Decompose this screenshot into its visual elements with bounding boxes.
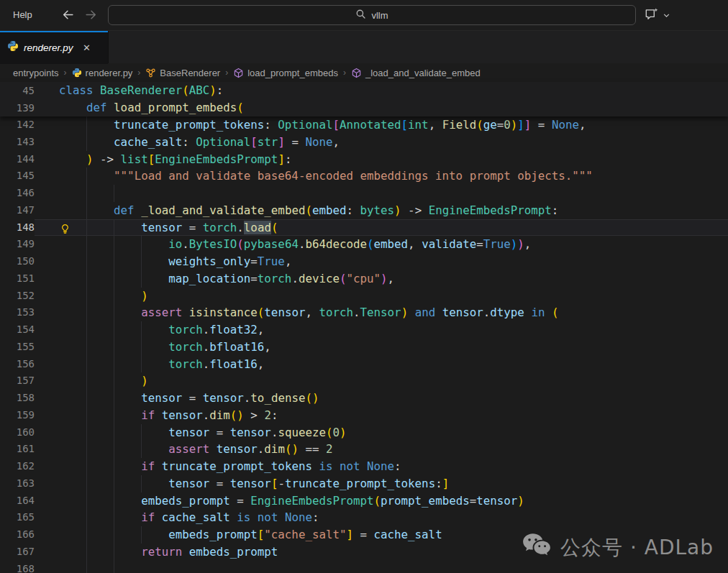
code-line-159[interactable]: 159 if tensor.dim() > 2:: [0, 407, 728, 424]
code-line-163[interactable]: 163 tensor = tensor[-truncate_prompt_tok…: [0, 475, 728, 492]
code-text[interactable]: class BaseRenderer(ABC):: [59, 82, 728, 99]
indent-guide: [86, 526, 87, 544]
line-number[interactable]: 158: [0, 390, 35, 407]
code-text[interactable]: torch.bfloat16,: [59, 339, 728, 356]
code-text[interactable]: def load_prompt_embeds(: [59, 99, 728, 116]
code-text[interactable]: assert isinstance(tensor, torch.Tensor) …: [59, 304, 728, 321]
code-text[interactable]: ) -> list[EngineEmbedsPrompt]:: [59, 151, 728, 168]
line-number[interactable]: 161: [0, 441, 35, 458]
code-text[interactable]: io.BytesIO(pybase64.b64decode(embed, val…: [59, 236, 728, 253]
code-line-146[interactable]: 146: [0, 185, 728, 202]
code-line-150[interactable]: 150 weights_only=True,: [0, 253, 728, 270]
line-number[interactable]: 167: [0, 544, 35, 561]
line-number[interactable]: 165: [0, 509, 35, 526]
code-text[interactable]: [59, 185, 728, 202]
line-number[interactable]: 159: [0, 407, 35, 424]
code-line-156[interactable]: 156 torch.float16,: [0, 356, 728, 373]
line-content: tensor = tensor[-truncate_prompt_tokens:…: [35, 475, 728, 492]
code-line-152[interactable]: 152 ): [0, 288, 728, 305]
code-line-142[interactable]: 142 truncate_prompt_tokens: Optional[Ann…: [0, 116, 728, 134]
line-content: torch.float32,: [35, 321, 728, 339]
line-number[interactable]: 148: [0, 219, 35, 237]
code-line-161[interactable]: 161 assert tensor.dim() == 2: [0, 441, 728, 458]
tab-close-button[interactable]: ✕: [80, 40, 94, 55]
code-text[interactable]: torch.float32,: [59, 321, 728, 339]
code-text[interactable]: ): [59, 372, 728, 390]
line-number[interactable]: 151: [0, 270, 35, 288]
code-line-151[interactable]: 151 map_location=torch.device("cpu"),: [0, 270, 728, 288]
line-number[interactable]: 160: [0, 424, 35, 441]
line-number[interactable]: 144: [0, 151, 35, 168]
code-line-155[interactable]: 155 torch.bfloat16,: [0, 339, 728, 356]
tab-bar: renderer.py ✕: [0, 30, 728, 63]
line-number[interactable]: 163: [0, 475, 35, 492]
code-line-149[interactable]: 149 io.BytesIO(pybase64.b64decode(embed,…: [0, 236, 728, 253]
line-number[interactable]: 157: [0, 372, 35, 390]
forward-button[interactable]: [83, 9, 98, 23]
code-text[interactable]: """Load and validate base64-encoded embe…: [59, 168, 728, 185]
code-line-147[interactable]: 147 def _load_and_validate_embed(embed: …: [0, 202, 728, 219]
code-text[interactable]: truncate_prompt_tokens: Optional[Annotat…: [59, 116, 728, 134]
code-text[interactable]: tensor = torch.load(: [59, 219, 728, 237]
line-number[interactable]: 156: [0, 356, 35, 373]
menu-help[interactable]: Help: [9, 0, 37, 30]
code-text[interactable]: embeds_prompt = EngineEmbedsPrompt(promp…: [59, 492, 728, 510]
breadcrumb-item-entrypoints[interactable]: entrypoints: [13, 68, 59, 78]
code-text[interactable]: def _load_and_validate_embed(embed: byte…: [59, 202, 728, 219]
code-line-148[interactable]: 148 tensor = torch.load(: [0, 219, 728, 237]
code-line-157[interactable]: 157 ): [0, 372, 728, 390]
line-number[interactable]: 145: [0, 168, 35, 185]
line-number[interactable]: 168: [0, 561, 35, 573]
code-text[interactable]: weights_only=True,: [59, 253, 728, 270]
line-number[interactable]: 153: [0, 304, 35, 321]
tab-renderer-py[interactable]: renderer.py ✕: [0, 31, 108, 64]
line-number[interactable]: 139: [0, 99, 35, 116]
line-number[interactable]: 147: [0, 202, 35, 219]
sticky-line-139[interactable]: 139 def load_prompt_embeds(: [0, 99, 728, 116]
code-line-164[interactable]: 164 embeds_prompt = EngineEmbedsPrompt(p…: [0, 492, 728, 510]
code-editor[interactable]: 45class BaseRenderer(ABC):139 def load_p…: [0, 82, 728, 573]
line-number[interactable]: 146: [0, 185, 35, 202]
line-number[interactable]: 45: [0, 82, 35, 99]
line-number[interactable]: 154: [0, 321, 35, 339]
code-text[interactable]: if tensor.dim() > 2:: [59, 407, 728, 424]
code-text[interactable]: cache_salt: Optional[str] = None,: [59, 134, 728, 151]
breadcrumb-item-renderer-py[interactable]: renderer.py: [72, 68, 133, 78]
line-number[interactable]: 152: [0, 288, 35, 305]
code-line-154[interactable]: 154 torch.float32,: [0, 321, 728, 339]
code-text[interactable]: assert tensor.dim() == 2: [59, 441, 728, 458]
code-line-162[interactable]: 162 if truncate_prompt_tokens is not Non…: [0, 458, 728, 475]
breadcrumb-item-load-prompt-embeds[interactable]: load_prompt_embeds: [233, 68, 338, 78]
sticky-line-45[interactable]: 45class BaseRenderer(ABC):: [0, 82, 728, 99]
line-number[interactable]: 143: [0, 134, 35, 151]
code-text[interactable]: if cache_salt is not None:: [59, 509, 728, 526]
line-number[interactable]: 164: [0, 492, 35, 510]
code-text[interactable]: if truncate_prompt_tokens is not None:: [59, 458, 728, 475]
copilot-chat-button[interactable]: [644, 7, 670, 24]
breadcrumb-item-load-and-validate-embed[interactable]: _load_and_validate_embed: [351, 68, 481, 78]
code-text[interactable]: tensor = tensor.to_dense(): [59, 390, 728, 407]
code-line-158[interactable]: 158 tensor = tensor.to_dense(): [0, 390, 728, 407]
code-line-144[interactable]: 144 ) -> list[EngineEmbedsPrompt]:: [0, 151, 728, 168]
line-number[interactable]: 155: [0, 339, 35, 356]
line-number[interactable]: 166: [0, 526, 35, 544]
back-button[interactable]: [60, 9, 75, 23]
line-number[interactable]: 150: [0, 253, 35, 270]
command-center-search[interactable]: vllm: [108, 5, 636, 25]
code-line-143[interactable]: 143 cache_salt: Optional[str] = None,: [0, 134, 728, 151]
code-text[interactable]: ): [59, 288, 728, 305]
code-line-145[interactable]: 145 """Load and validate base64-encoded …: [0, 168, 728, 185]
line-number[interactable]: 162: [0, 458, 35, 475]
line-number[interactable]: 142: [0, 116, 35, 134]
code-text[interactable]: tensor = tensor[-truncate_prompt_tokens:…: [59, 475, 728, 492]
code-line-153[interactable]: 153 assert isinstance(tensor, torch.Tens…: [0, 304, 728, 321]
line-number[interactable]: 149: [0, 236, 35, 253]
code-text[interactable]: tensor = tensor.squeeze(0): [59, 424, 728, 441]
code-text[interactable]: torch.float16,: [59, 356, 728, 373]
code-text[interactable]: map_location=torch.device("cpu"),: [59, 270, 728, 288]
code-token: ABC: [189, 83, 210, 97]
code-line-160[interactable]: 160 tensor = tensor.squeeze(0): [0, 424, 728, 441]
code-line-165[interactable]: 165 if cache_salt is not None:: [0, 509, 728, 526]
breadcrumb-item-baserenderer[interactable]: BaseRenderer: [145, 68, 220, 78]
code-area[interactable]: 142 truncate_prompt_tokens: Optional[Ann…: [0, 116, 728, 573]
